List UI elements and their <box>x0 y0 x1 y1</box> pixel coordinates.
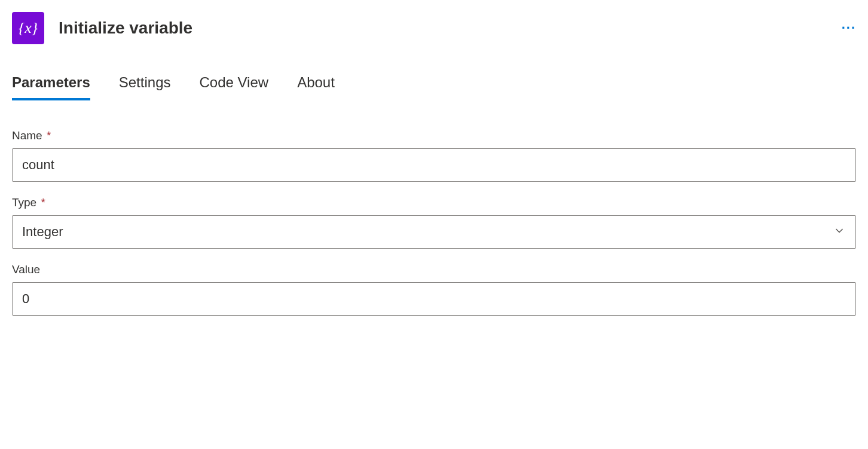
type-label-text: Type <box>12 196 36 209</box>
type-label: Type * <box>12 196 856 209</box>
header-right: ··· <box>842 20 856 36</box>
name-label-text: Name <box>12 129 42 142</box>
tab-settings[interactable]: Settings <box>119 74 171 100</box>
required-asterisk: * <box>38 196 45 209</box>
value-label-text: Value <box>12 263 40 276</box>
tab-code-view[interactable]: Code View <box>199 74 268 100</box>
required-asterisk: * <box>44 129 51 142</box>
variable-icon-glyph: {x} <box>19 19 38 37</box>
name-field-group: Name * <box>12 129 856 182</box>
tab-parameters[interactable]: Parameters <box>12 74 90 100</box>
action-title: Initialize variable <box>59 19 192 38</box>
value-field-group: Value <box>12 263 856 316</box>
value-label: Value <box>12 263 856 276</box>
tabs-container: Parameters Settings Code View About <box>12 74 856 100</box>
card-header: {x} Initialize variable ··· <box>12 12 856 44</box>
value-input[interactable] <box>12 282 856 316</box>
header-left: {x} Initialize variable <box>12 12 192 44</box>
tab-label: Settings <box>119 74 171 90</box>
name-label: Name * <box>12 129 856 142</box>
type-select-wrapper: Integer <box>12 215 856 249</box>
tab-label: Code View <box>199 74 268 90</box>
type-select[interactable]: Integer <box>12 215 856 249</box>
tab-about[interactable]: About <box>297 74 335 100</box>
tab-label: About <box>297 74 335 90</box>
name-input[interactable] <box>12 148 856 182</box>
type-field-group: Type * Integer <box>12 196 856 249</box>
tab-label: Parameters <box>12 74 90 90</box>
variable-action-icon: {x} <box>12 12 44 44</box>
more-options-icon[interactable]: ··· <box>842 20 856 36</box>
